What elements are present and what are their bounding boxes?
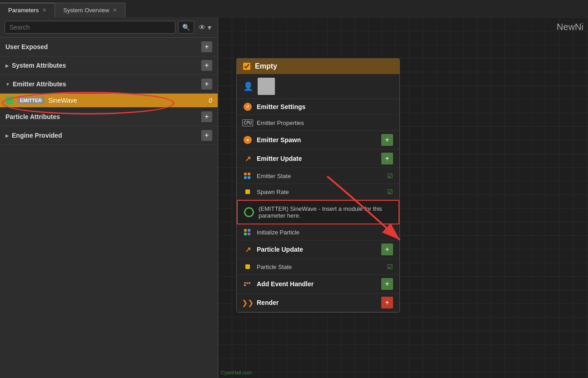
node-row-emitter-update[interactable]: ↗ Emitter Update + xyxy=(237,149,399,168)
node-row-emitter-settings[interactable]: ↺ Emitter Settings xyxy=(237,99,399,115)
engine-provided-expand-icon: ▶ xyxy=(5,133,9,138)
initialize-particle-label: Initialize Particle xyxy=(257,229,383,236)
tab-parameters-label: Parameters xyxy=(8,7,39,14)
add-event-handler-icon xyxy=(243,279,252,288)
add-event-handler-add-button[interactable]: + xyxy=(381,278,393,290)
render-icon: ❯❯ xyxy=(243,298,252,307)
module-highlight-row[interactable]: (EMITTER) SineWave - Insert a module for… xyxy=(237,200,399,224)
particle-state-icon xyxy=(243,262,252,271)
node-enabled-checkbox[interactable] xyxy=(243,63,250,70)
emitter-settings-label: Emitter Settings xyxy=(257,103,393,110)
emitter-item-container: EMITTER SineWave 0 xyxy=(0,94,218,108)
add-engine-provided-button[interactable]: + xyxy=(201,130,212,141)
section-particle-attributes[interactable]: Particle Attributes + xyxy=(0,108,218,126)
left-panel: 🔍 👁 ▾ User Exposed + ▶ System Attributes… xyxy=(0,17,218,378)
visibility-toggle-button[interactable]: 👁 ▾ xyxy=(197,22,213,33)
search-input[interactable] xyxy=(5,21,175,34)
initialize-particle-icon xyxy=(243,228,252,237)
tab-bar: Parameters ✕ System Overview ✕ xyxy=(0,0,588,17)
emitter-state-check: ☑ xyxy=(387,172,393,179)
node-thumbnail xyxy=(258,78,275,95)
node-row-initialize-particle[interactable]: Initialize Particle ☑ xyxy=(237,224,399,240)
section-engine-provided[interactable]: ▶ Engine Provided + xyxy=(0,126,218,145)
emitter-state-label: Emitter State xyxy=(257,173,383,179)
search-button[interactable]: 🔍 xyxy=(178,21,194,34)
tab-system-overview-close[interactable]: ✕ xyxy=(113,7,117,13)
tab-parameters-close[interactable]: ✕ xyxy=(42,7,46,13)
node-row-particle-update[interactable]: ↗ Particle Update + xyxy=(237,240,399,259)
add-event-handler-label: Add Event Handler xyxy=(257,280,377,288)
node-row-spawn-rate[interactable]: Spawn Rate ☑ xyxy=(237,184,399,200)
section-system-attributes-label: System Attributes xyxy=(12,62,66,69)
emitter-name: SineWave xyxy=(48,97,205,104)
spawn-rate-label: Spawn Rate xyxy=(257,189,383,195)
node-row-add-event-handler[interactable]: Add Event Handler + xyxy=(237,275,399,293)
right-panel: NewNi Empty 👤 ↺ Emitter Settings xyxy=(218,17,588,378)
emitter-attributes-expand-icon: ▼ xyxy=(5,82,10,87)
main-layout: 🔍 👁 ▾ User Exposed + ▶ System Attributes… xyxy=(0,17,588,378)
spawn-rate-icon xyxy=(243,187,252,196)
section-engine-provided-label: Engine Provided xyxy=(12,132,62,139)
emitter-settings-icon: ↺ xyxy=(243,102,252,111)
add-system-attributes-button[interactable]: + xyxy=(201,60,212,71)
node-title: Empty xyxy=(255,62,277,70)
emitter-properties-label: Emitter Properties xyxy=(257,119,393,126)
emitter-properties-icon: CPU xyxy=(243,118,252,127)
section-user-exposed[interactable]: User Exposed + xyxy=(0,38,218,56)
section-system-attributes[interactable]: ▶ System Attributes + xyxy=(0,56,218,75)
module-label: (EMITTER) SineWave - Insert a module for… xyxy=(259,205,392,219)
tab-system-overview[interactable]: System Overview ✕ xyxy=(55,3,125,17)
emitter-update-add-button[interactable]: + xyxy=(381,153,393,164)
search-bar: 🔍 👁 ▾ xyxy=(0,17,218,38)
add-user-exposed-button[interactable]: + xyxy=(201,41,212,52)
top-right-title: NewNi xyxy=(557,22,583,32)
emitter-spawn-add-button[interactable]: + xyxy=(381,134,393,146)
section-emitter-attributes-label: Emitter Attributes xyxy=(13,80,66,88)
node-thumbnail-row: 👤 xyxy=(237,74,399,99)
initialize-particle-check: ☑ xyxy=(387,229,393,236)
node-row-particle-state[interactable]: Particle State ☑ xyxy=(237,259,399,275)
emitter-update-icon: ↗ xyxy=(243,154,252,163)
particle-state-check: ☑ xyxy=(387,263,393,270)
tab-parameters[interactable]: Parameters ✕ xyxy=(0,3,55,17)
node-card-header: Empty xyxy=(237,59,399,74)
section-particle-attributes-label: Particle Attributes xyxy=(5,113,60,120)
particle-update-label: Particle Update xyxy=(257,246,377,253)
watermark: CyanHall.com xyxy=(221,370,252,375)
spawn-rate-check: ☑ xyxy=(387,188,393,195)
particle-update-icon: ↗ xyxy=(243,245,252,254)
add-emitter-attributes-button[interactable]: + xyxy=(201,79,212,90)
particle-state-label: Particle State xyxy=(257,264,383,270)
emitter-state-icon xyxy=(243,171,252,180)
emitter-status-indicator xyxy=(5,96,14,104)
emitter-update-label: Emitter Update xyxy=(257,155,377,162)
node-row-render[interactable]: ❯❯ Render + xyxy=(237,293,399,312)
emitter-value: 0 xyxy=(209,97,212,104)
module-ring-icon xyxy=(244,207,254,217)
emitter-item-row[interactable]: EMITTER SineWave 0 xyxy=(0,94,218,108)
node-row-emitter-properties[interactable]: CPU Emitter Properties xyxy=(237,115,399,131)
user-icon: 👤 xyxy=(243,81,253,91)
system-attributes-expand-icon: ▶ xyxy=(5,63,9,68)
node-row-emitter-spawn[interactable]: ● Emitter Spawn + xyxy=(237,131,399,149)
section-emitter-attributes[interactable]: ▼ Emitter Attributes + xyxy=(0,75,218,94)
particle-update-add-button[interactable]: + xyxy=(381,244,393,255)
tab-system-overview-label: System Overview xyxy=(63,7,109,14)
render-add-button[interactable]: + xyxy=(381,297,393,308)
node-card: Empty 👤 ↺ Emitter Settings CPU Emitter P… xyxy=(236,58,400,313)
section-user-exposed-label: User Exposed xyxy=(5,43,48,50)
emitter-spawn-icon: ● xyxy=(243,135,252,144)
emitter-badge: EMITTER xyxy=(17,97,45,104)
render-label: Render xyxy=(257,299,377,306)
node-row-emitter-state[interactable]: Emitter State ☑ xyxy=(237,168,399,184)
add-particle-attributes-button[interactable]: + xyxy=(201,111,212,122)
emitter-spawn-label: Emitter Spawn xyxy=(257,136,377,144)
